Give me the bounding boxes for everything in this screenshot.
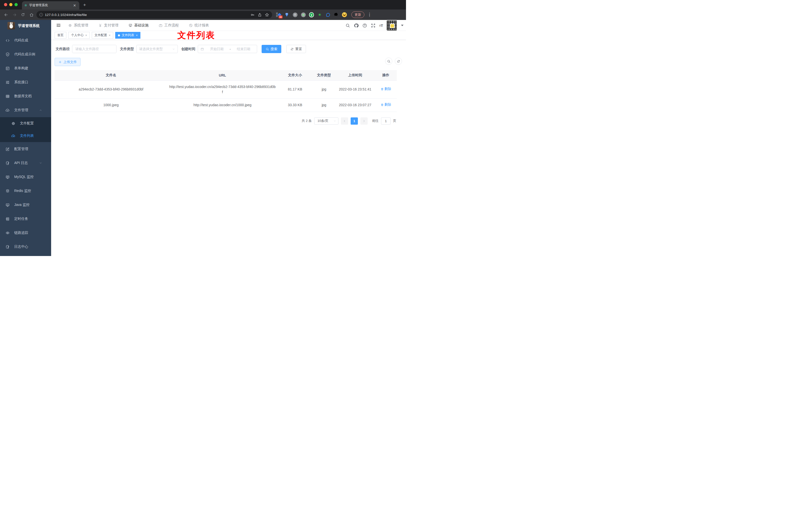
end-date-placeholder[interactable]: 结束日期 (233, 47, 254, 51)
url-text[interactable]: 127.0.0.1:1024/infra/file/file (45, 13, 248, 17)
sidebar-item-code-demo[interactable]: 代码生成示例 (0, 48, 51, 61)
chevron-down-icon (39, 161, 42, 164)
avatar-dropdown-icon[interactable] (401, 25, 404, 26)
tab-home[interactable]: 首页 (55, 32, 66, 39)
sidebar-item-scheduled-task[interactable]: 定时任务 (0, 212, 51, 226)
collapse-sidebar-button[interactable] (54, 21, 63, 30)
close-icon[interactable]: × (109, 34, 111, 37)
zoom-window-button[interactable] (14, 3, 18, 6)
browser-tab-title: 芋道管理系统 (29, 3, 72, 7)
page-number-button[interactable]: 1 (351, 117, 358, 125)
cell-file-size: 33.33 KB (278, 98, 313, 112)
tab-profile[interactable]: 个人中心× (68, 32, 90, 39)
upload-file-button[interactable]: 上传文件 (55, 58, 81, 66)
minimize-window-button[interactable] (9, 3, 12, 6)
back-button[interactable] (2, 11, 9, 18)
extension-dot-icon[interactable] (301, 12, 306, 17)
sidebar-item-trace[interactable]: 链路追踪 (0, 226, 51, 240)
delete-button[interactable]: 删除 (381, 102, 391, 108)
nav-item-infra[interactable]: 基础设施 (128, 23, 149, 28)
sidebar-item-file-manage[interactable]: 文件管理 (0, 103, 51, 117)
extension-y-icon[interactable]: y (309, 12, 314, 17)
browser-menu-icon[interactable]: ⋮⋮ (368, 13, 369, 16)
sidebar-item-system-api[interactable]: 系统接口 (0, 75, 51, 89)
extension-command-icon[interactable]: ⌘ (293, 12, 297, 17)
browser-tab-strip: ❋ 芋道管理系统 ✕ ＋ (0, 0, 406, 9)
extension-badge: 11 (279, 16, 283, 19)
sidebar-item-code-gen[interactable]: 代码生成 (0, 33, 51, 48)
toggle-search-button[interactable] (385, 58, 392, 65)
sidebar-item-log-center[interactable]: 日志中心 (0, 240, 51, 254)
nav-item-workflow[interactable]: 工作流程 (158, 23, 179, 28)
file-path-input[interactable] (72, 45, 116, 53)
extension-pinned-icon[interactable]: 11 (276, 12, 281, 17)
user-avatar[interactable] (387, 21, 397, 30)
close-icon[interactable]: × (85, 34, 87, 37)
sidebar-item-file-config[interactable]: 文件配置 (0, 117, 51, 130)
sidebar-item-mysql-monitor[interactable]: MySQL 监控 (0, 170, 51, 184)
nav-item-pay[interactable]: 支付管理 (98, 23, 118, 28)
sidebar-item-java-monitor[interactable]: Java 监控 (0, 198, 51, 212)
font-size-icon[interactable]: TT (379, 24, 383, 28)
page-content: 文件路径 文件类型 请选择文件类型 创建时间 开始日期 - 结束日期 搜索 重置… (51, 40, 406, 256)
address-bar[interactable]: i 127.0.0.1:1024/infra/file/file (36, 11, 272, 19)
window-controls[interactable] (4, 3, 18, 6)
sidebar-item-file-list[interactable]: 文件列表 (0, 130, 51, 142)
extensions-puzzle-icon[interactable] (334, 12, 339, 17)
col-file-name: 文件名 (55, 70, 167, 81)
site-info-icon[interactable]: i (39, 13, 43, 17)
sidebar-item-db-doc[interactable]: 数据库文档 (0, 89, 51, 103)
search-icon[interactable] (345, 23, 350, 28)
sidebar-item-form-builder[interactable]: 表单构建 (0, 61, 51, 75)
close-tab-icon[interactable]: ✕ (72, 3, 77, 7)
extension-star-icon[interactable]: ✴ (317, 12, 322, 17)
delete-button[interactable]: 删除 (381, 87, 391, 92)
goto-label: 前往 (372, 119, 379, 123)
search-button[interactable]: 搜索 (262, 45, 281, 53)
date-range-picker[interactable]: 开始日期 - 结束日期 (198, 45, 257, 53)
extension-spiral-icon[interactable] (325, 12, 330, 17)
bookmark-star-icon[interactable] (265, 13, 269, 17)
refresh-table-button[interactable] (395, 58, 402, 65)
browser-update-button[interactable]: 更新 (351, 11, 364, 18)
fullscreen-icon[interactable] (371, 23, 376, 28)
extension-balloon-icon[interactable] (284, 12, 289, 17)
sidebar-item-api-log[interactable]: API 日志 (0, 156, 51, 170)
table-row: a294ecb2-73dd-4353-bf40-296b8931d0bf htt… (55, 81, 397, 98)
close-icon[interactable]: × (136, 34, 138, 37)
share-icon[interactable] (258, 13, 262, 17)
col-url: URL (167, 70, 278, 81)
refresh-icon (397, 60, 400, 63)
nav-item-report[interactable]: 统计报表 (189, 23, 209, 28)
start-date-placeholder[interactable]: 开始日期 (206, 47, 228, 51)
github-icon[interactable] (354, 23, 358, 28)
home-button[interactable] (28, 11, 35, 18)
sidebar-item-redis-monitor[interactable]: Redis 监控 (0, 184, 51, 198)
next-page-button[interactable] (360, 117, 368, 125)
prev-page-button[interactable] (341, 117, 348, 125)
nav-item-system[interactable]: 系统管理 (68, 23, 88, 28)
chevron-down-icon (334, 120, 336, 122)
profile-avatar[interactable] (342, 12, 347, 17)
browser-tab[interactable]: ❋ 芋道管理系统 ✕ (22, 1, 79, 9)
new-tab-button[interactable]: ＋ (82, 2, 87, 7)
goto-page-input[interactable] (381, 117, 390, 125)
tab-file-list[interactable]: 文件列表× (115, 32, 140, 39)
logo-image (7, 22, 15, 29)
file-type-select[interactable]: 请选择文件类型 (137, 45, 178, 53)
arrow-left-icon (343, 120, 346, 122)
forward-button[interactable] (11, 11, 18, 18)
sidebar-item-config-manage[interactable]: 配置管理 (0, 142, 51, 156)
help-icon[interactable] (362, 23, 367, 28)
cell-upload-time: 2022-03-16 23:51:41 (336, 81, 375, 98)
reload-button[interactable] (20, 11, 26, 18)
close-window-button[interactable] (4, 3, 7, 6)
table-row: 1000.jpeg http://test.yudao.iocoder.cn/1… (55, 98, 397, 112)
password-key-icon[interactable] (251, 13, 255, 17)
red-annotation-text: 文件列表 (177, 29, 215, 41)
refresh-icon (290, 48, 294, 51)
page-size-select[interactable]: 10条/页 (314, 117, 339, 125)
reset-button[interactable]: 重置 (286, 45, 306, 53)
cell-upload-time: 2022-03-16 23:07:27 (336, 98, 375, 112)
tab-file-config[interactable]: 文件配置× (92, 32, 113, 39)
